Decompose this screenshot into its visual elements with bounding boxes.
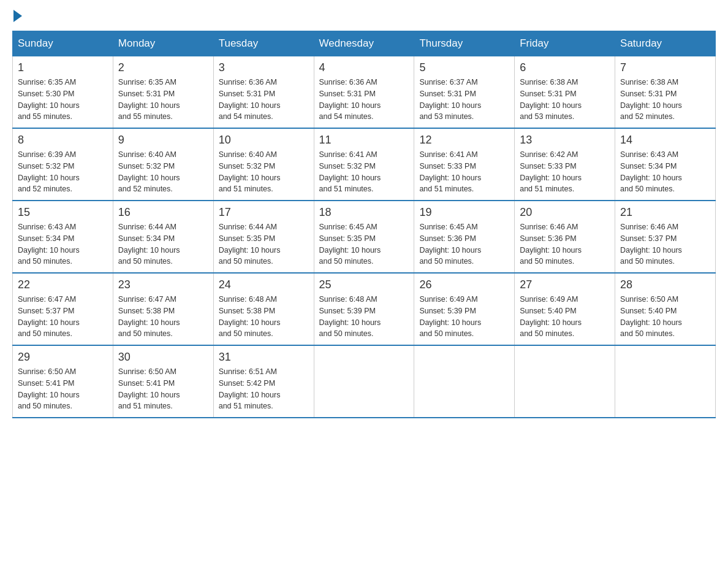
day-cell [615, 345, 716, 418]
page-header [12, 12, 716, 18]
day-number: 11 [319, 134, 409, 147]
day-number: 8 [18, 134, 108, 147]
day-cell: 29 Sunrise: 6:50 AMSunset: 5:41 PMDaylig… [13, 345, 113, 418]
day-cell: 31 Sunrise: 6:51 AMSunset: 5:42 PMDaylig… [213, 345, 314, 418]
day-cell: 4 Sunrise: 6:36 AMSunset: 5:31 PMDayligh… [314, 56, 414, 129]
day-number: 18 [319, 206, 409, 219]
day-info: Sunrise: 6:36 AMSunset: 5:31 PMDaylight:… [319, 77, 409, 123]
day-cell: 13 Sunrise: 6:42 AMSunset: 5:33 PMDaylig… [515, 128, 615, 201]
day-number: 30 [118, 351, 208, 364]
day-cell: 19 Sunrise: 6:45 AMSunset: 5:36 PMDaylig… [414, 201, 515, 273]
day-info: Sunrise: 6:50 AMSunset: 5:41 PMDaylight:… [18, 366, 108, 412]
day-info: Sunrise: 6:35 AMSunset: 5:30 PMDaylight:… [18, 77, 108, 123]
day-number: 2 [118, 61, 208, 74]
day-cell: 25 Sunrise: 6:48 AMSunset: 5:39 PMDaylig… [314, 273, 414, 345]
day-number: 16 [118, 206, 208, 219]
day-info: Sunrise: 6:38 AMSunset: 5:31 PMDaylight:… [520, 77, 610, 123]
week-row-3: 15 Sunrise: 6:43 AMSunset: 5:34 PMDaylig… [13, 201, 716, 273]
day-number: 13 [520, 134, 610, 147]
day-cell [515, 345, 615, 418]
day-info: Sunrise: 6:36 AMSunset: 5:31 PMDaylight:… [219, 77, 309, 123]
day-info: Sunrise: 6:44 AMSunset: 5:34 PMDaylight:… [118, 221, 208, 267]
day-cell: 16 Sunrise: 6:44 AMSunset: 5:34 PMDaylig… [113, 201, 213, 273]
logo-arrow-icon [13, 10, 22, 22]
day-cell: 23 Sunrise: 6:47 AMSunset: 5:38 PMDaylig… [113, 273, 213, 345]
day-cell: 12 Sunrise: 6:41 AMSunset: 5:33 PMDaylig… [414, 128, 515, 201]
day-info: Sunrise: 6:38 AMSunset: 5:31 PMDaylight:… [620, 77, 710, 123]
day-number: 21 [620, 206, 710, 219]
day-info: Sunrise: 6:47 AMSunset: 5:37 PMDaylight:… [18, 294, 108, 340]
calendar-table: SundayMondayTuesdayWednesdayThursdayFrid… [12, 31, 716, 418]
logo [12, 12, 22, 18]
day-info: Sunrise: 6:43 AMSunset: 5:34 PMDaylight:… [620, 149, 710, 195]
week-row-1: 1 Sunrise: 6:35 AMSunset: 5:30 PMDayligh… [13, 56, 716, 129]
day-number: 15 [18, 206, 108, 219]
day-number: 26 [419, 278, 509, 291]
day-info: Sunrise: 6:48 AMSunset: 5:39 PMDaylight:… [319, 294, 409, 340]
day-cell [314, 345, 414, 418]
day-info: Sunrise: 6:49 AMSunset: 5:40 PMDaylight:… [520, 294, 610, 340]
day-info: Sunrise: 6:41 AMSunset: 5:32 PMDaylight:… [319, 149, 409, 195]
day-info: Sunrise: 6:51 AMSunset: 5:42 PMDaylight:… [219, 366, 309, 412]
day-number: 28 [620, 278, 710, 291]
weekday-header-saturday: Saturday [615, 31, 716, 56]
day-cell: 22 Sunrise: 6:47 AMSunset: 5:37 PMDaylig… [13, 273, 113, 345]
day-info: Sunrise: 6:50 AMSunset: 5:40 PMDaylight:… [620, 294, 710, 340]
day-info: Sunrise: 6:45 AMSunset: 5:36 PMDaylight:… [419, 221, 509, 267]
day-number: 10 [219, 134, 309, 147]
day-cell: 5 Sunrise: 6:37 AMSunset: 5:31 PMDayligh… [414, 56, 515, 129]
day-info: Sunrise: 6:47 AMSunset: 5:38 PMDaylight:… [118, 294, 208, 340]
day-number: 4 [319, 61, 409, 74]
day-cell: 28 Sunrise: 6:50 AMSunset: 5:40 PMDaylig… [615, 273, 716, 345]
day-number: 17 [219, 206, 309, 219]
day-info: Sunrise: 6:44 AMSunset: 5:35 PMDaylight:… [219, 221, 309, 267]
day-info: Sunrise: 6:46 AMSunset: 5:36 PMDaylight:… [520, 221, 610, 267]
day-info: Sunrise: 6:50 AMSunset: 5:41 PMDaylight:… [118, 366, 208, 412]
day-number: 27 [520, 278, 610, 291]
day-number: 24 [219, 278, 309, 291]
day-cell: 27 Sunrise: 6:49 AMSunset: 5:40 PMDaylig… [515, 273, 615, 345]
day-info: Sunrise: 6:45 AMSunset: 5:35 PMDaylight:… [319, 221, 409, 267]
weekday-header-sunday: Sunday [13, 31, 113, 56]
weekday-header-wednesday: Wednesday [314, 31, 414, 56]
day-cell: 26 Sunrise: 6:49 AMSunset: 5:39 PMDaylig… [414, 273, 515, 345]
day-cell: 2 Sunrise: 6:35 AMSunset: 5:31 PMDayligh… [113, 56, 213, 129]
day-number: 31 [219, 351, 309, 364]
day-cell: 3 Sunrise: 6:36 AMSunset: 5:31 PMDayligh… [213, 56, 314, 129]
day-cell: 30 Sunrise: 6:50 AMSunset: 5:41 PMDaylig… [113, 345, 213, 418]
weekday-header-thursday: Thursday [414, 31, 515, 56]
day-info: Sunrise: 6:37 AMSunset: 5:31 PMDaylight:… [419, 77, 509, 123]
day-number: 9 [118, 134, 208, 147]
day-number: 5 [419, 61, 509, 74]
day-number: 3 [219, 61, 309, 74]
weekday-header-tuesday: Tuesday [213, 31, 314, 56]
day-cell: 7 Sunrise: 6:38 AMSunset: 5:31 PMDayligh… [615, 56, 716, 129]
day-number: 14 [620, 134, 710, 147]
day-cell: 17 Sunrise: 6:44 AMSunset: 5:35 PMDaylig… [213, 201, 314, 273]
day-cell: 21 Sunrise: 6:46 AMSunset: 5:37 PMDaylig… [615, 201, 716, 273]
day-info: Sunrise: 6:40 AMSunset: 5:32 PMDaylight:… [118, 149, 208, 195]
day-info: Sunrise: 6:49 AMSunset: 5:39 PMDaylight:… [419, 294, 509, 340]
weekday-header-monday: Monday [113, 31, 213, 56]
day-info: Sunrise: 6:42 AMSunset: 5:33 PMDaylight:… [520, 149, 610, 195]
day-cell: 15 Sunrise: 6:43 AMSunset: 5:34 PMDaylig… [13, 201, 113, 273]
day-info: Sunrise: 6:40 AMSunset: 5:32 PMDaylight:… [219, 149, 309, 195]
day-info: Sunrise: 6:43 AMSunset: 5:34 PMDaylight:… [18, 221, 108, 267]
day-number: 20 [520, 206, 610, 219]
day-cell: 18 Sunrise: 6:45 AMSunset: 5:35 PMDaylig… [314, 201, 414, 273]
week-row-4: 22 Sunrise: 6:47 AMSunset: 5:37 PMDaylig… [13, 273, 716, 345]
day-number: 25 [319, 278, 409, 291]
week-row-2: 8 Sunrise: 6:39 AMSunset: 5:32 PMDayligh… [13, 128, 716, 201]
day-number: 29 [18, 351, 108, 364]
day-cell: 20 Sunrise: 6:46 AMSunset: 5:36 PMDaylig… [515, 201, 615, 273]
day-number: 19 [419, 206, 509, 219]
day-info: Sunrise: 6:41 AMSunset: 5:33 PMDaylight:… [419, 149, 509, 195]
day-number: 23 [118, 278, 208, 291]
day-cell: 1 Sunrise: 6:35 AMSunset: 5:30 PMDayligh… [13, 56, 113, 129]
day-number: 1 [18, 61, 108, 74]
day-cell: 10 Sunrise: 6:40 AMSunset: 5:32 PMDaylig… [213, 128, 314, 201]
day-info: Sunrise: 6:39 AMSunset: 5:32 PMDaylight:… [18, 149, 108, 195]
day-info: Sunrise: 6:35 AMSunset: 5:31 PMDaylight:… [118, 77, 208, 123]
day-cell: 14 Sunrise: 6:43 AMSunset: 5:34 PMDaylig… [615, 128, 716, 201]
week-row-5: 29 Sunrise: 6:50 AMSunset: 5:41 PMDaylig… [13, 345, 716, 418]
